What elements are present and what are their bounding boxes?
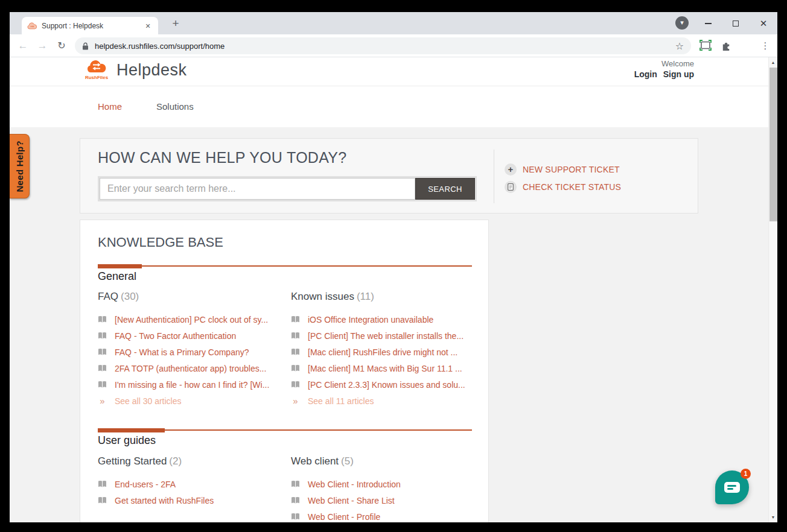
article-row[interactable]: [PC Client] The web installer installs t… — [291, 328, 475, 344]
article-row[interactable]: Get started with RushFiles — [98, 492, 282, 508]
article-row[interactable]: [PC Client 2.3.3] Known issues and solu.… — [291, 376, 475, 393]
maximize-button[interactable] — [722, 12, 750, 34]
document-icon — [505, 181, 517, 193]
article-link[interactable]: iOS Office Integration unavailable — [308, 315, 433, 325]
article-link[interactable]: [Mac client] RushFiles drive might not .… — [308, 347, 457, 357]
article-row[interactable]: End-users - 2FA — [98, 476, 282, 492]
cloud-logo-icon — [86, 59, 107, 74]
kb-folder-known-issues: Known issues(11) iOS Office Integration … — [291, 291, 475, 409]
chat-launcher-button[interactable]: 1 — [715, 470, 749, 504]
reload-icon[interactable]: ↻ — [54, 38, 69, 54]
nav-tab-solutions[interactable]: Solutions — [156, 101, 194, 112]
scrollbar-thumb[interactable] — [769, 68, 777, 221]
section-divider — [98, 428, 472, 432]
chevrons-right-icon: » — [98, 396, 107, 406]
vertical-scrollbar[interactable]: ▲ ▼ — [768, 57, 777, 522]
kb-folder-web-client: Web client(5) Web Client - Introduction … — [291, 455, 475, 522]
new-tab-button[interactable]: + — [168, 16, 183, 31]
scroll-up-icon[interactable]: ▲ — [769, 57, 777, 68]
scroll-down-icon[interactable]: ▼ — [769, 512, 777, 522]
article-row[interactable]: I'm missing a file - how can I find it? … — [98, 376, 282, 393]
close-icon: ✕ — [760, 18, 768, 29]
folder-count: (11) — [357, 291, 374, 302]
bookmark-star-icon[interactable]: ☆ — [675, 40, 684, 52]
article-row[interactable]: FAQ - Two Factor Authentication — [98, 328, 282, 344]
book-icon — [98, 496, 107, 504]
ticket-links: + NEW SUPPORT TICKET CHECK TICKET STATUS — [505, 162, 621, 197]
site-nav: Home Solutions — [10, 86, 777, 127]
book-icon — [98, 480, 107, 488]
article-row[interactable]: [Mac client] RushFiles drive might not .… — [291, 344, 475, 360]
minimize-button[interactable] — [694, 12, 722, 34]
folder-count: (5) — [341, 455, 354, 467]
folder-link[interactable]: Web client — [291, 455, 339, 467]
signup-link[interactable]: Sign up — [663, 69, 694, 79]
article-link[interactable]: Web Client - Share List — [308, 496, 395, 505]
article-row[interactable]: 2FA TOTP (authenticator app) troubles... — [98, 360, 282, 376]
book-icon — [98, 348, 107, 356]
article-link[interactable]: [Mac client] M1 Macs with Big Sur 11.1 .… — [308, 364, 462, 373]
back-icon[interactable]: ← — [15, 38, 31, 54]
article-link[interactable]: [PC Client] The web installer installs t… — [308, 331, 464, 341]
close-button[interactable]: ✕ — [750, 12, 777, 34]
see-all-link[interactable]: » See all 11 articles — [291, 393, 475, 409]
search-button[interactable]: SEARCH — [415, 178, 475, 200]
browser-toolbar: ← → ↻ helpdesk.rushfiles.com/support/hom… — [10, 34, 777, 57]
article-link[interactable]: Web Client - Profile — [308, 512, 380, 522]
article-link[interactable]: [PC Client 2.3.3] Known issues and solu.… — [308, 380, 465, 390]
folder-link[interactable]: Known issues — [291, 291, 354, 302]
tab-close-icon[interactable]: ✕ — [143, 21, 153, 31]
article-row[interactable]: iOS Office Integration unavailable — [291, 311, 475, 328]
ticket-status-label[interactable]: CHECK TICKET STATUS — [523, 182, 621, 192]
account-area: Welcome Login Sign up — [634, 59, 694, 79]
address-bar[interactable]: helpdesk.rushfiles.com/support/home ☆ — [75, 37, 691, 54]
see-all-link[interactable]: » See all 30 articles — [98, 393, 282, 409]
favicon-cloud-icon — [27, 22, 37, 30]
new-ticket-label[interactable]: NEW SUPPORT TICKET — [523, 165, 620, 174]
rushfiles-logo[interactable]: RushFiles — [83, 59, 110, 80]
article-row[interactable]: Web Client - Introduction — [291, 476, 475, 492]
book-icon — [98, 332, 107, 340]
browser-tab[interactable]: Support : Helpdesk ✕ — [22, 17, 158, 34]
book-icon — [291, 332, 300, 340]
article-row[interactable]: [New Authentication] PC clock out of sy.… — [98, 311, 282, 328]
knowledge-base-title: KNOWLEDGE BASE — [98, 235, 223, 250]
article-link[interactable]: [New Authentication] PC clock out of sy.… — [115, 315, 268, 325]
article-row[interactable]: Web Client - Profile — [291, 508, 475, 522]
minimize-icon — [705, 23, 712, 24]
section-name-general: General — [98, 270, 136, 283]
search-input[interactable] — [100, 178, 415, 200]
window-controls: ✕ — [694, 12, 777, 34]
article-link[interactable]: End-users - 2FA — [115, 480, 176, 489]
article-link[interactable]: Get started with RushFiles — [115, 496, 214, 505]
page-viewport: RushFiles Helpdesk Welcome Login Sign up… — [10, 57, 777, 522]
article-link[interactable]: 2FA TOTP (authenticator app) troubles... — [115, 364, 266, 373]
article-row[interactable]: Web Client - Share List — [291, 492, 475, 508]
article-link[interactable]: FAQ - Two Factor Authentication — [115, 331, 236, 341]
folder-link[interactable]: FAQ — [98, 291, 118, 302]
menu-kebab-icon[interactable]: ⋮ — [759, 38, 771, 54]
screen-capture-extension-icon[interactable] — [699, 40, 712, 53]
article-link[interactable]: Web Client - Introduction — [308, 480, 401, 489]
article-link[interactable]: FAQ - What is a Primary Company? — [115, 347, 249, 357]
need-help-tab[interactable]: Need Help? — [10, 134, 30, 198]
nav-tab-home[interactable]: Home — [98, 101, 122, 112]
folder-count: (2) — [169, 455, 182, 467]
article-row[interactable]: [Mac client] M1 Macs with Big Sur 11.1 .… — [291, 360, 475, 376]
maximize-icon — [733, 21, 739, 27]
vertical-divider — [494, 150, 494, 203]
forward-icon[interactable]: → — [34, 38, 50, 54]
folder-link[interactable]: Getting Started — [98, 455, 167, 467]
chevrons-right-icon: » — [291, 396, 300, 406]
tab-search-button[interactable]: ▾ — [675, 16, 689, 30]
article-link[interactable]: I'm missing a file - how can I find it? … — [115, 380, 269, 390]
article-row[interactable]: FAQ - What is a Primary Company? — [98, 344, 282, 360]
new-ticket-link[interactable]: + NEW SUPPORT TICKET — [505, 162, 621, 177]
login-link[interactable]: Login — [634, 69, 657, 79]
ticket-status-link[interactable]: CHECK TICKET STATUS — [505, 179, 621, 194]
plus-circle-icon: + — [505, 163, 517, 176]
extensions-puzzle-icon[interactable] — [721, 40, 732, 54]
url-text[interactable]: helpdesk.rushfiles.com/support/home — [95, 42, 675, 51]
book-icon — [291, 364, 300, 372]
book-icon — [291, 513, 300, 521]
